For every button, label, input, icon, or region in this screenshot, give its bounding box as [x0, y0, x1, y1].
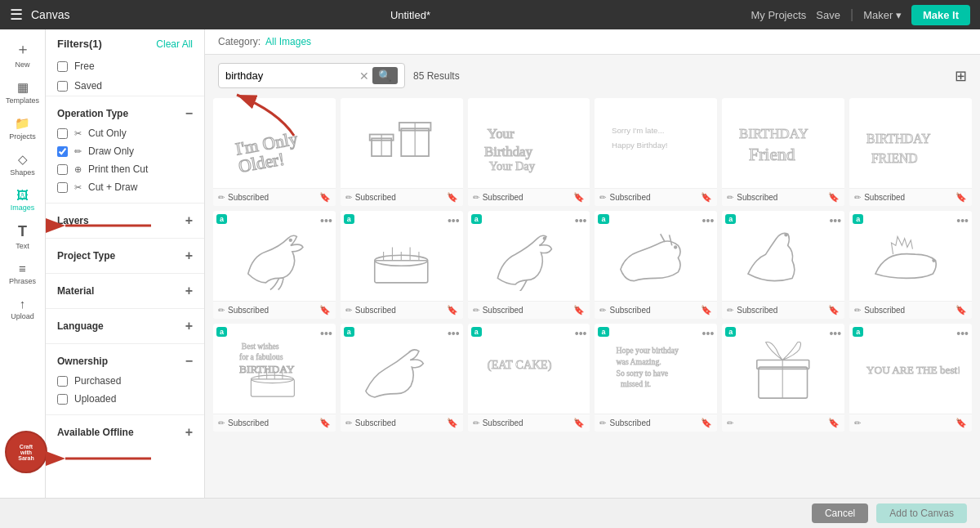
category-label: Category:	[218, 36, 261, 47]
layers-header[interactable]: Layers +	[57, 210, 193, 231]
add-to-canvas-button[interactable]: Add to Canvas	[876, 503, 967, 523]
sidebar-item-templates[interactable]: ▦ Templates	[2, 75, 44, 110]
saved-checkbox[interactable]	[57, 81, 68, 92]
hamburger-icon[interactable]: ☰	[10, 6, 23, 24]
card-more-7[interactable]: •••	[320, 214, 332, 227]
card-bookmark-18[interactable]: 🔖	[956, 418, 967, 428]
sidebar-item-shapes[interactable]: ◇ Shapes	[2, 147, 44, 181]
card-bookmark-3[interactable]: 🔖	[573, 192, 585, 203]
card-bookmark-12[interactable]: 🔖	[956, 305, 967, 315]
draw-only-checkbox[interactable]	[57, 146, 68, 157]
cut-draw-checkbox[interactable]	[57, 182, 68, 193]
image-card-7[interactable]: a ••• ✏ Subscribed 🔖	[213, 211, 336, 319]
image-card-11[interactable]: a ••• ✏ Subscribed 🔖	[722, 211, 844, 319]
sidebar-item-upload[interactable]: ↑ Upload	[2, 292, 44, 325]
operation-type-header[interactable]: Operation Type −	[57, 103, 193, 124]
card-more-18[interactable]: •••	[956, 327, 969, 340]
card-bookmark-7[interactable]: 🔖	[319, 305, 331, 315]
card-bookmark-10[interactable]: 🔖	[701, 305, 712, 315]
search-button[interactable]: 🔍	[372, 67, 398, 84]
image-card-13[interactable]: a ••• Best wishes for a fabulous BIRTHDA…	[213, 324, 336, 432]
filter-draw-only[interactable]: ✏ Draw Only	[57, 142, 193, 160]
search-input[interactable]	[225, 69, 356, 82]
card-more-15[interactable]: •••	[575, 327, 587, 340]
card-bookmark-15[interactable]: 🔖	[573, 418, 585, 428]
card-more-16[interactable]: •••	[702, 327, 715, 340]
filter-saved[interactable]: Saved	[46, 76, 204, 96]
card-bookmark-1[interactable]: 🔖	[319, 192, 331, 203]
card-more-10[interactable]: •••	[702, 214, 715, 227]
card-more-8[interactable]: •••	[448, 214, 460, 227]
filter-uploaded[interactable]: Uploaded	[57, 390, 193, 408]
card-bookmark-2[interactable]: 🔖	[447, 192, 458, 203]
image-card-2[interactable]: ✏ Subscribed 🔖	[341, 98, 463, 206]
grid-toggle-button[interactable]: ⊞	[955, 67, 967, 85]
sidebar-label-phrases: Phrases	[9, 277, 36, 285]
card-bookmark-17[interactable]: 🔖	[828, 418, 840, 428]
card-bookmark-9[interactable]: 🔖	[573, 305, 585, 315]
image-card-10[interactable]: a ••• ✏ Subscribed 🔖	[595, 211, 717, 319]
card-bookmark-8[interactable]: 🔖	[447, 305, 458, 315]
my-projects-button[interactable]: My Projects	[751, 9, 806, 21]
card-bookmark-13[interactable]: 🔖	[319, 418, 331, 428]
category-value[interactable]: All Images	[265, 36, 311, 47]
image-card-6[interactable]: BIRTHDAY FRIEND ✏ Subscribed 🔖	[849, 98, 972, 206]
card-bookmark-11[interactable]: 🔖	[828, 305, 840, 315]
language-header[interactable]: Language +	[57, 315, 193, 337]
cut-only-checkbox[interactable]	[57, 128, 68, 139]
image-card-12[interactable]: a ••• ✏ Subscribed 🔖	[849, 211, 972, 319]
image-card-15[interactable]: a ••• (EAT CAKE) ✏ Subscribed 🔖	[468, 324, 590, 432]
sidebar-item-projects[interactable]: 📁 Projects	[2, 111, 44, 145]
card-more-14[interactable]: •••	[448, 327, 460, 340]
material-header[interactable]: Material +	[57, 280, 193, 302]
card-more-17[interactable]: •••	[829, 327, 841, 340]
card-footer-5: ✏ Subscribed 🔖	[722, 188, 844, 206]
card-bookmark-4[interactable]: 🔖	[701, 192, 712, 203]
image-card-17[interactable]: a ••• ✏ 🔖	[722, 324, 844, 432]
search-clear-icon[interactable]: ✕	[359, 69, 369, 83]
filter-free[interactable]: Free	[46, 56, 204, 76]
cancel-button[interactable]: Cancel	[812, 503, 868, 523]
project-type-header[interactable]: Project Type +	[57, 245, 193, 266]
card-more-13[interactable]: •••	[320, 327, 332, 340]
sidebar-item-phrases[interactable]: ≡ Phrases	[2, 257, 44, 290]
filter-purchased[interactable]: Purchased	[57, 372, 193, 390]
sidebar-item-text[interactable]: T Text	[2, 218, 44, 255]
card-bookmark-14[interactable]: 🔖	[447, 418, 458, 428]
image-card-8[interactable]: a ••• ✏ Sub	[341, 211, 463, 319]
clear-all-button[interactable]: Clear All	[156, 38, 193, 50]
card-label-12: Subscribed	[864, 306, 905, 315]
sidebar-item-new[interactable]: ＋ New	[2, 34, 44, 74]
print-then-cut-checkbox[interactable]	[57, 164, 68, 175]
card-bookmark-16[interactable]: 🔖	[701, 418, 712, 428]
filter-cut-only[interactable]: ✂ Cut Only	[57, 124, 193, 142]
card-bookmark-6[interactable]: 🔖	[956, 192, 967, 203]
card-bookmark-5[interactable]: 🔖	[828, 192, 840, 203]
make-it-button[interactable]: Make It	[911, 5, 970, 25]
image-card-3[interactable]: Your Birthday Your Day ✏ Subscribed 🔖	[468, 98, 590, 206]
uploaded-checkbox[interactable]	[57, 394, 68, 405]
image-card-16[interactable]: a ••• Hope your birthday was Amazing. So…	[595, 324, 717, 432]
maker-dropdown[interactable]: Maker ▾	[863, 9, 902, 21]
card-footer-11: ✏ Subscribed 🔖	[722, 301, 844, 319]
card-more-11[interactable]: •••	[829, 214, 841, 227]
free-checkbox[interactable]	[57, 61, 68, 72]
image-card-18[interactable]: a ••• YOU ARE THE best! ✏ 🔖	[849, 324, 972, 432]
filter-print-then-cut[interactable]: ⊕ Print then Cut	[57, 160, 193, 178]
save-button[interactable]: Save	[816, 9, 840, 21]
image-card-9[interactable]: a ••• ✏ Subscribed 🔖	[468, 211, 590, 319]
available-offline-header[interactable]: Available Offline +	[57, 422, 193, 443]
purchased-checkbox[interactable]	[57, 376, 68, 387]
image-card-14[interactable]: a ••• ✏ Subscribed 🔖	[341, 324, 463, 432]
image-card-4[interactable]: Sorry I'm late... Happy Birthday! ✏ Subs…	[595, 98, 717, 206]
ownership-header[interactable]: Ownership −	[57, 351, 193, 372]
sidebar-item-images[interactable]: 🖼 Images	[2, 183, 44, 217]
image-card-5[interactable]: BIRTHDAY Friend ✏ Subscribed 🔖	[722, 98, 844, 206]
image-card-1[interactable]: I'm Only Older! ✏ Subscribed 🔖	[213, 98, 336, 206]
card-more-12[interactable]: •••	[956, 214, 969, 227]
card-more-9[interactable]: •••	[575, 214, 587, 227]
project-type-label: Project Type	[57, 250, 115, 262]
upload-icon: ↑	[20, 297, 26, 311]
sidebar-label-projects: Projects	[9, 132, 36, 141]
filter-cut-draw[interactable]: ✂ Cut + Draw	[57, 178, 193, 196]
